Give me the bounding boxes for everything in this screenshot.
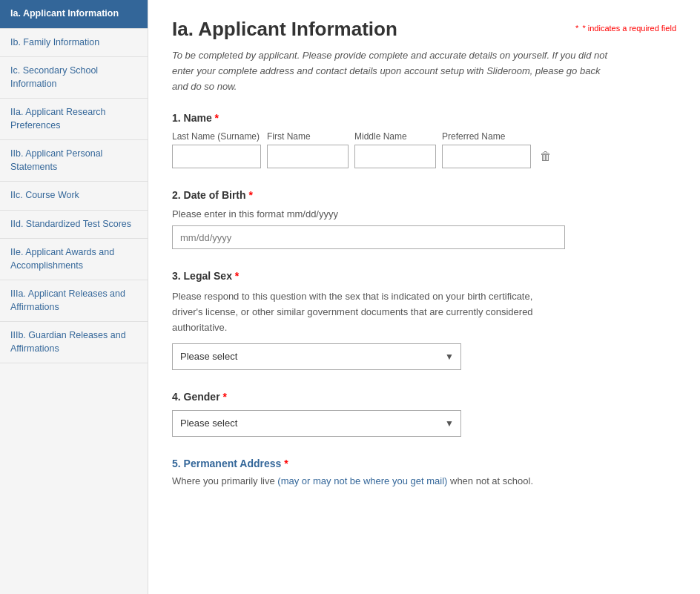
preferred-name-label: Preferred Name (442, 131, 538, 142)
legal-sex-title: 3. Legal Sex * (172, 270, 676, 282)
name-section: 1. Name * Last Name (Surname) First Name… (172, 112, 676, 168)
gender-required-star: * (222, 391, 226, 403)
sidebar: Ia. Applicant Information Ib. Family Inf… (0, 0, 148, 594)
sidebar-item-iic[interactable]: IIc. Course Work (0, 182, 148, 211)
last-name-input[interactable] (172, 145, 261, 168)
name-labels: Last Name (Surname) First Name Middle Na… (172, 131, 676, 142)
last-name-label: Last Name (Surname) (172, 131, 261, 142)
name-inputs: 🗑 (172, 145, 676, 168)
required-note: * * indicates a required field (575, 24, 676, 33)
middle-name-label: Middle Name (354, 131, 436, 142)
permanent-address-description: Where you primarily live (may or may not… (172, 474, 676, 489)
sidebar-item-iie[interactable]: IIe. Applicant Awards and Accomplishment… (0, 239, 148, 280)
sidebar-item-ia[interactable]: Ia. Applicant Information (0, 0, 148, 29)
permanent-address-section: 5. Permanent Address * Where you primari… (172, 458, 676, 489)
legal-sex-description: Please respond to this question with the… (172, 289, 565, 335)
intro-text: To be completed by applicant. Please pro… (172, 48, 617, 94)
page-header: Ia. Applicant Information * * indicates … (172, 18, 676, 41)
name-required-star: * (215, 112, 219, 124)
required-star: * (575, 24, 578, 33)
preferred-name-input[interactable] (442, 145, 531, 168)
permanent-address-title: 5. Permanent Address * (172, 458, 676, 469)
sidebar-item-iiib[interactable]: IIIb. Guardian Releases and Affirmations (0, 322, 148, 363)
sidebar-item-ib[interactable]: Ib. Family Information (0, 29, 148, 58)
dob-section: 2. Date of Birth * Please enter in this … (172, 189, 676, 249)
legal-sex-select[interactable]: Please select Male Female Other (172, 343, 461, 370)
gender-section-title: 4. Gender * (172, 391, 676, 403)
perm-address-required-star: * (284, 458, 288, 469)
page-title: Ia. Applicant Information (172, 18, 397, 41)
dob-hint: Please enter in this format mm/dd/yyyy (172, 208, 676, 220)
first-name-input[interactable] (267, 145, 349, 168)
gender-section: 4. Gender * Please select Man Woman Non-… (172, 391, 676, 437)
legal-sex-section: 3. Legal Sex * Please respond to this qu… (172, 270, 676, 369)
name-section-title: 1. Name * (172, 112, 676, 124)
first-name-label: First Name (267, 131, 349, 142)
legal-sex-required-star: * (235, 270, 239, 282)
legal-sex-select-wrapper: Please select Male Female Other ▼ (172, 343, 461, 370)
gender-select-wrapper: Please select Man Woman Non-binary Prefe… (172, 410, 461, 437)
delete-name-icon[interactable]: 🗑 (537, 150, 555, 163)
gender-select[interactable]: Please select Man Woman Non-binary Prefe… (172, 410, 461, 437)
sidebar-item-ic[interactable]: Ic. Secondary School Information (0, 57, 148, 99)
middle-name-input[interactable] (354, 145, 436, 168)
sidebar-item-iia[interactable]: IIa. Applicant Research Preferences (0, 99, 148, 140)
sidebar-item-iiia[interactable]: IIIa. Applicant Releases and Affirmation… (0, 280, 148, 322)
dob-input[interactable] (172, 225, 565, 249)
sidebar-item-iid[interactable]: IId. Standardized Test Scores (0, 211, 148, 240)
sidebar-item-iib[interactable]: IIb. Applicant Personal Statements (0, 140, 148, 182)
main-content: Ia. Applicant Information * * indicates … (148, 0, 700, 594)
dob-required-star: * (248, 189, 252, 201)
dob-section-title: 2. Date of Birth * (172, 189, 676, 201)
